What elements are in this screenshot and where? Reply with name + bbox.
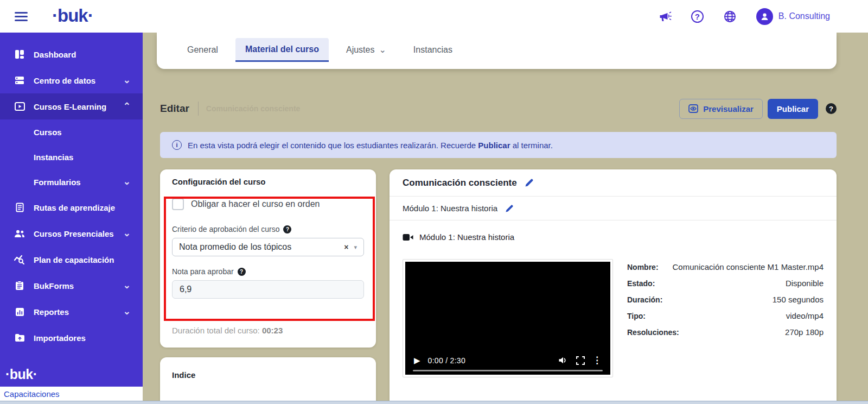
grade-input[interactable] bbox=[172, 280, 364, 299]
meta-label: Resoluciones: bbox=[627, 328, 679, 337]
module-item-label: Módulo 1: Nuestra historia bbox=[419, 232, 514, 242]
grade-label: Nota para aprobar bbox=[172, 267, 234, 276]
publish-help-icon[interactable]: ? bbox=[826, 103, 837, 114]
fullscreen-icon[interactable] bbox=[576, 356, 585, 365]
edit-course-title-icon[interactable] bbox=[525, 178, 534, 187]
sidebar-item-cursos-presenciales[interactable]: Cursos Presenciales ⌄ bbox=[0, 220, 143, 247]
reports-icon bbox=[13, 307, 26, 317]
sidebar-item-label: Cursos E-Learning bbox=[34, 102, 106, 111]
criteria-help-icon[interactable]: ? bbox=[283, 225, 291, 233]
course-title: Comunicación consciente bbox=[403, 178, 517, 188]
meta-label: Tipo: bbox=[627, 312, 646, 320]
course-config-card: Configuración del curso Obligar a hacer … bbox=[160, 169, 376, 348]
capacitaciones-link[interactable]: Capacitaciones bbox=[4, 389, 60, 399]
edit-module-title-icon[interactable] bbox=[505, 204, 514, 213]
video-metadata: Nombre: Comunicación consciente M1 Maste… bbox=[627, 259, 824, 377]
globe-icon[interactable] bbox=[723, 10, 737, 23]
divider bbox=[198, 102, 199, 116]
clear-icon[interactable]: × bbox=[344, 243, 348, 251]
more-options-icon[interactable]: ⋮ bbox=[592, 355, 602, 366]
sidebar-item-label: Rutas de aprendizaje bbox=[34, 203, 115, 212]
chevron-up-icon: ⌃ bbox=[123, 104, 131, 109]
module-title: Módulo 1: Nuestra historia bbox=[403, 204, 497, 213]
breadcrumb: Comunicación consciente bbox=[206, 104, 300, 113]
menu-icon[interactable] bbox=[15, 12, 28, 21]
publish-button[interactable]: Publicar bbox=[768, 99, 818, 119]
people-icon bbox=[13, 229, 26, 238]
config-card-title: Configuración del curso bbox=[172, 177, 364, 186]
tab-general[interactable]: General bbox=[177, 38, 228, 62]
video-progress-bar[interactable] bbox=[413, 370, 603, 371]
total-duration: Duración total del curso: 00:23 bbox=[172, 326, 364, 335]
buk-logo: ·buk· bbox=[52, 5, 93, 26]
forms-icon bbox=[13, 281, 26, 291]
volume-icon[interactable] bbox=[558, 356, 569, 365]
meta-label: Nombre: bbox=[627, 263, 659, 272]
sidebar-item-label: Instancias bbox=[34, 153, 73, 162]
sidebar-item-dashboard[interactable]: Dashboard bbox=[0, 41, 143, 67]
meta-row: Duración: 150 segundos bbox=[627, 295, 824, 304]
avatar bbox=[756, 8, 773, 25]
meta-label: Duración: bbox=[627, 295, 662, 304]
tab-label: General bbox=[187, 45, 218, 55]
order-checkbox[interactable] bbox=[172, 198, 184, 210]
sidebar-item-cursos[interactable]: Cursos bbox=[0, 119, 143, 144]
sidebar-item-instancias[interactable]: Instancias bbox=[0, 144, 143, 169]
sidebar-footer: Capacitaciones bbox=[0, 387, 143, 401]
criteria-select[interactable]: Nota promedio de los tópicos × ▾ bbox=[172, 238, 364, 256]
sidebar-item-label: Plan de capacitación bbox=[34, 255, 114, 264]
chevron-down-icon: ⌄ bbox=[123, 231, 131, 236]
meta-label: Estado: bbox=[627, 279, 655, 288]
video-player[interactable]: ▶ 0:00 / 2:30 ⋮ bbox=[403, 259, 613, 377]
data-center-icon bbox=[13, 75, 26, 85]
tab-material-del-curso[interactable]: Material del curso bbox=[235, 38, 329, 62]
alert-text: En esta vista podrá elegir el contenido … bbox=[188, 141, 553, 150]
user-name: B. Consulting bbox=[778, 11, 830, 21]
tab-label: Ajustes bbox=[346, 45, 374, 55]
window-bottom-edge bbox=[0, 401, 868, 404]
tab-label: Material del curso bbox=[245, 45, 319, 54]
training-plan-icon bbox=[13, 255, 26, 264]
elearning-icon bbox=[13, 102, 26, 111]
help-icon[interactable]: ? bbox=[691, 10, 704, 23]
dashboard-icon bbox=[13, 49, 26, 59]
learning-paths-icon bbox=[13, 203, 26, 212]
sidebar-item-rutas-de-aprendizaje[interactable]: Rutas de aprendizaje bbox=[0, 194, 143, 220]
play-icon[interactable]: ▶ bbox=[414, 356, 420, 365]
criteria-label: Criterio de aprobación del curso bbox=[172, 225, 279, 233]
sidebar-item-label: Importadores bbox=[34, 333, 86, 343]
sidebar-item-importadores[interactable]: Importadores bbox=[0, 325, 143, 351]
tab-instancias[interactable]: Instancias bbox=[404, 38, 462, 62]
tab-label: Instancias bbox=[413, 45, 452, 55]
preview-button-label: Previsualizar bbox=[703, 104, 754, 113]
grade-help-icon[interactable]: ? bbox=[238, 268, 246, 276]
index-card-title: Indice bbox=[172, 370, 364, 380]
meta-value: video/mp4 bbox=[786, 311, 824, 320]
info-icon: i bbox=[172, 140, 182, 150]
sidebar-item-reportes[interactable]: Reportes ⌄ bbox=[0, 299, 143, 325]
tab-ajustes[interactable]: Ajustes ⌄ bbox=[336, 38, 396, 62]
sidebar-item-formularios[interactable]: Formularios ⌄ bbox=[0, 169, 143, 194]
sidebar-item-cursos-elearning[interactable]: Cursos E-Learning ⌃ bbox=[0, 93, 143, 119]
meta-value: 270p 180p bbox=[785, 327, 824, 337]
sidebar-item-label: Reportes bbox=[34, 307, 69, 317]
sidebar: Dashboard Centro de datos ⌄ Cursos E-Lea… bbox=[0, 33, 143, 387]
megaphone-icon[interactable] bbox=[658, 10, 672, 22]
video-time: 0:00 / 2:30 bbox=[428, 356, 465, 365]
sidebar-item-plan-de-capacitacion[interactable]: Plan de capacitación bbox=[0, 247, 143, 273]
sidebar-item-bukforms[interactable]: BukForms ⌄ bbox=[0, 273, 143, 299]
meta-value: 150 segundos bbox=[773, 295, 824, 304]
sidebar-item-label: Dashboard bbox=[34, 50, 76, 59]
user-menu[interactable]: B. Consulting bbox=[756, 8, 830, 25]
sidebar-item-label: Cursos Presenciales bbox=[34, 229, 114, 238]
meta-value: Disponible bbox=[786, 279, 824, 288]
meta-row: Estado: Disponible bbox=[627, 279, 824, 288]
chevron-down-icon: ⌄ bbox=[123, 78, 131, 83]
chevron-down-icon: ⌄ bbox=[123, 179, 131, 185]
red-annotation-box bbox=[164, 197, 375, 321]
preview-button[interactable]: Previsualizar bbox=[679, 99, 763, 119]
page-header: Editar Comunicación consciente Previsual… bbox=[160, 98, 837, 119]
total-duration-value: 00:23 bbox=[262, 326, 283, 335]
sidebar-item-centro-de-datos[interactable]: Centro de datos ⌄ bbox=[0, 67, 143, 93]
course-tabs: General Material del curso Ajustes ⌄ Ins… bbox=[157, 33, 837, 69]
